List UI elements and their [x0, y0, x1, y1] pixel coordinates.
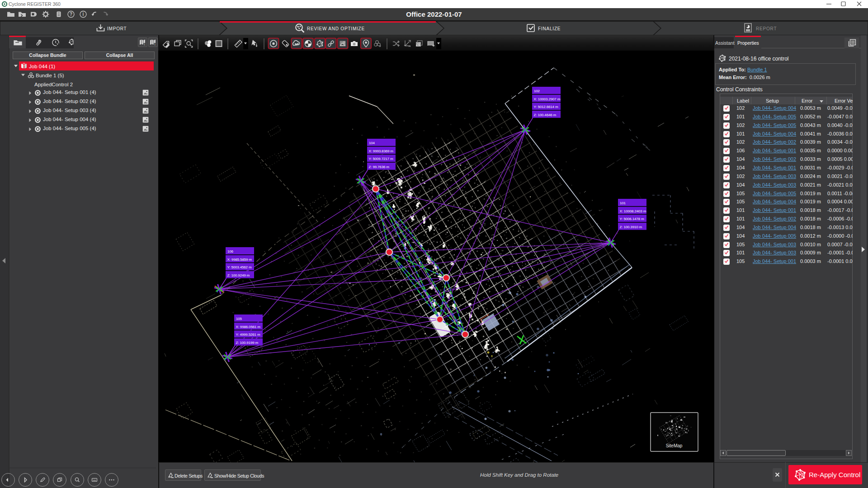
- svg-text:Y: 5009.7217 m: Y: 5009.7217 m: [369, 157, 393, 161]
- svg-text:Z: 100.9249 m: Z: 100.9249 m: [227, 273, 250, 277]
- svg-text:Y: 5003.4562 m: Y: 5003.4562 m: [227, 265, 252, 269]
- svg-text:X: 9985.5859 m: X: 9985.5859 m: [227, 258, 252, 262]
- svg-text:Y: 4999.5261 m: Y: 4999.5261 m: [236, 333, 260, 337]
- svg-text:1: 1: [154, 43, 156, 46]
- svg-text:1: 1: [144, 43, 145, 46]
- svg-text:Z: 99.7636 m: Z: 99.7636 m: [369, 165, 390, 169]
- svg-text:Y: 5006.1478 m: Y: 5006.1478 m: [620, 217, 644, 221]
- svg-text:REVIEW AND OPTIMIZE: REVIEW AND OPTIMIZE: [307, 26, 365, 31]
- svg-text:Z: 100.4646 m: Z: 100.4646 m: [534, 113, 557, 117]
- svg-text:Z: 100.9199 m: Z: 100.9199 m: [236, 341, 259, 345]
- svg-text:X: 10008.2403 m: X: 10008.2403 m: [620, 209, 646, 213]
- svg-text:Z: 100.3910 m: Z: 100.3910 m: [620, 225, 642, 229]
- svg-text:FINALIZE: FINALIZE: [538, 26, 561, 31]
- svg-text:101: 101: [620, 201, 626, 205]
- svg-text:105: 105: [236, 317, 242, 321]
- svg-text:SiteMap: SiteMap: [666, 443, 683, 448]
- svg-text:Y: 5012.6614 m: Y: 5012.6614 m: [534, 105, 558, 109]
- svg-text:IMPORT: IMPORT: [107, 26, 127, 31]
- svg-text:X: 10003.2907 m: X: 10003.2907 m: [534, 97, 561, 101]
- svg-text:X: 9993.8369 m: X: 9993.8369 m: [369, 149, 394, 153]
- svg-text:104: 104: [369, 141, 375, 145]
- svg-text:REPORT: REPORT: [756, 26, 777, 31]
- svg-text:102: 102: [534, 89, 540, 93]
- svg-text:X: 9986.0561 m: X: 9986.0561 m: [236, 325, 261, 329]
- svg-text:106: 106: [227, 249, 234, 253]
